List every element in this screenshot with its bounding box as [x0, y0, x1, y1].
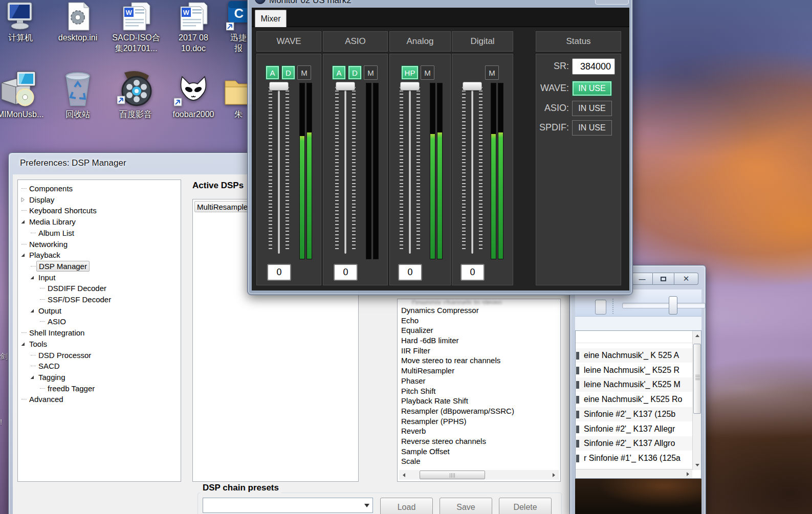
desktop-icon-recycle-bin[interactable]: 回收站 [50, 71, 106, 120]
scroll-right-icon[interactable] [549, 470, 559, 480]
available-dsp-item[interactable]: Dynamics Compressor [398, 305, 560, 316]
status-in-use-wave[interactable]: IN USE [572, 81, 612, 96]
channel-value-input[interactable]: 0 [399, 264, 422, 280]
available-dsps-list[interactable]: Downmix channels to stereo Dynamics Comp… [397, 299, 561, 482]
scroll-down-icon[interactable] [693, 460, 701, 470]
tab-mixer[interactable]: Mixer [255, 10, 287, 27]
available-dsp-item[interactable]: Resampler (PPHS) [398, 416, 560, 427]
tree-item-album-list[interactable]: Album List [18, 228, 181, 238]
playlist-item[interactable]: r Sinfonie #1'_ K136 (125a [576, 451, 692, 465]
tree-expander-expanded-icon[interactable] [20, 252, 26, 258]
channel-button-a[interactable]: A [332, 65, 346, 80]
tree-item-networking[interactable]: Networking [18, 239, 181, 250]
desktop-icon-sacd-iso-doc[interactable]: WSACD-ISO合集201701... [108, 2, 164, 54]
save-button[interactable]: Save [440, 498, 492, 514]
delete-button[interactable]: Delete [499, 498, 552, 514]
available-dsp-item[interactable]: Move stereo to rear channels [398, 355, 560, 366]
playlist-hscrollbar[interactable] [576, 469, 692, 478]
scroll-right-icon[interactable] [683, 470, 692, 479]
tree-item-tagging[interactable]: Tagging [18, 372, 181, 383]
available-dsps-hscrollbar[interactable] [399, 470, 559, 480]
tree-expander-expanded-icon[interactable] [29, 308, 35, 314]
channel-button-m[interactable]: M [297, 65, 311, 80]
available-dsp-item[interactable]: Equalizer [398, 325, 560, 336]
volume-slider-handle[interactable] [400, 82, 420, 91]
tree-item-dsp-manager[interactable]: DSP Manager [18, 261, 181, 272]
tree-item-dsdiff-decoder[interactable]: DSDIFF Decoder [18, 283, 181, 294]
tree-item-tools[interactable]: Tools [18, 339, 181, 349]
status-in-use-asio[interactable]: IN USE [572, 101, 612, 116]
tree-expander-expanded-icon[interactable] [20, 219, 26, 225]
tree-item-display[interactable]: Display [18, 194, 181, 205]
channel-value-input[interactable]: 0 [334, 264, 357, 280]
minimize-button[interactable]: — [631, 273, 653, 285]
volume-slider-handle[interactable] [336, 82, 355, 91]
tree-expander-collapsed-icon[interactable] [20, 197, 26, 203]
tree-item-output[interactable]: Output [18, 305, 181, 316]
channel-value-input[interactable]: 0 [268, 264, 291, 280]
available-dsp-item[interactable]: Playback Rate Shift [398, 396, 560, 406]
volume-slider[interactable] [400, 82, 420, 256]
available-dsp-item[interactable]: Reverse stereo channels [398, 436, 560, 446]
available-dsp-item[interactable]: Echo [398, 316, 560, 326]
playlist-item[interactable]: leine Nachmusik'_ K525 R [576, 363, 692, 377]
available-dsp-item[interactable]: Phaser [398, 376, 560, 386]
tree-item-playback[interactable]: Playback [18, 250, 181, 260]
playlist-item[interactable]: eine Nachmusik'_ K 525 A [576, 348, 692, 363]
desktop-icon-baidu-player-shortcut[interactable]: 百度影音 [107, 71, 164, 120]
available-dsp-item[interactable]: Scale [398, 456, 560, 466]
playlist-item[interactable]: Sinfonie #2'_ K137 Allegr [576, 422, 692, 436]
channel-button-a[interactable]: A [266, 65, 279, 80]
playlist-item[interactable]: Sinfonie #2'_ K137 (125b [576, 407, 692, 421]
preset-combobox[interactable] [203, 498, 373, 513]
channel-button-d[interactable]: D [281, 65, 295, 80]
scroll-up-icon[interactable] [693, 331, 701, 341]
tree-item-input[interactable]: Input [18, 272, 181, 283]
available-dsp-item[interactable]: IIR Filter [398, 346, 560, 356]
tree-item-sacd[interactable]: SACD [18, 361, 181, 371]
channel-button-m[interactable]: M [485, 65, 499, 80]
channel-button-m[interactable]: M [421, 65, 434, 80]
desktop-icon-desktop-ini[interactable]: desktop.ini [50, 2, 106, 43]
playlist-list[interactable]: eine Nachmusik'_ K 525 Aleine Nachmusik'… [575, 330, 701, 479]
sample-rate-input[interactable]: 384000 [572, 58, 615, 75]
available-dsp-item[interactable]: Hard -6dB limiter [398, 336, 560, 346]
playlist-item[interactable]: leine Nachmusik'_ K525 M [576, 377, 692, 392]
tree-item-components[interactable]: Components [18, 183, 181, 194]
mixer-close-button[interactable] [595, 0, 629, 5]
tree-item-media-library[interactable]: Media Library [18, 216, 181, 227]
tree-expander-expanded-icon[interactable] [20, 341, 26, 347]
close-button[interactable]: ✕ [674, 273, 698, 285]
tree-item-dsd-processor[interactable]: DSD Processor [18, 350, 181, 361]
hscroll-thumb[interactable] [420, 471, 485, 479]
tree-item-freedb-tagger[interactable]: freedb Tagger [18, 383, 181, 394]
tree-expander-expanded-icon[interactable] [29, 374, 35, 380]
available-dsp-item[interactable]: Pitch Shift [398, 386, 560, 396]
channel-button-d[interactable]: D [348, 65, 362, 80]
playlist-vscrollbar[interactable] [692, 331, 701, 470]
available-dsp-item[interactable]: Sample Offset [398, 446, 560, 457]
maximize-button[interactable] [653, 273, 674, 285]
volume-slider[interactable] [335, 82, 356, 256]
desktop-icon-computer[interactable]: 计算机 [0, 2, 49, 43]
status-in-use-spdif[interactable]: IN USE [572, 120, 612, 136]
volume-slider-handle[interactable] [463, 82, 482, 91]
seek-slider-handle[interactable] [669, 296, 677, 315]
desktop-icon-mimonusb[interactable]: MIMonUsb... [0, 71, 49, 120]
tree-item-ssf-dsf-decoder[interactable]: SSF/DSF Decoder [18, 294, 181, 305]
scroll-left-icon[interactable] [399, 470, 409, 480]
vscroll-thumb[interactable] [693, 344, 701, 414]
available-dsp-item[interactable]: Reverb [398, 426, 560, 436]
playlist-item[interactable]: eine Nachmusik'_ K525 Ro [576, 392, 692, 407]
channel-value-input[interactable]: 0 [461, 264, 484, 280]
toolbar-mini-slider[interactable] [595, 300, 606, 315]
tree-item-shell-integration[interactable]: Shell Integration [18, 327, 181, 338]
tree-item-keyboard-shortcuts[interactable]: Keyboard Shortcuts [18, 205, 181, 216]
channel-button-m[interactable]: M [364, 65, 378, 80]
available-dsp-item[interactable]: MultiResampler [398, 366, 560, 376]
tree-expander-expanded-icon[interactable] [29, 275, 35, 280]
seek-slider-track[interactable] [622, 303, 706, 308]
playlist-item[interactable]: Sinfonie #2'_ K137 Allgro [576, 436, 692, 451]
load-button[interactable]: Load [380, 498, 433, 514]
tree-item-asio[interactable]: ASIO [18, 316, 181, 327]
